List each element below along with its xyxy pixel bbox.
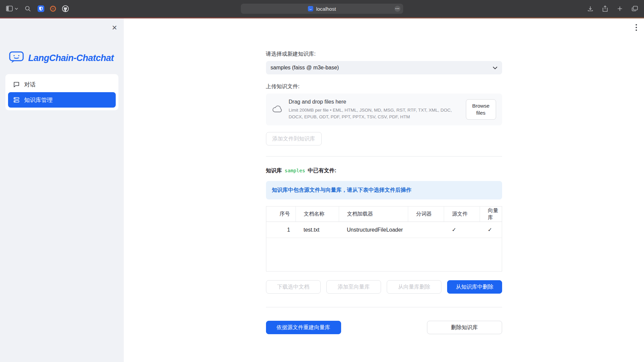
share-icon[interactable] (602, 5, 608, 12)
col-header-index: 序号 (266, 206, 296, 222)
new-tab-icon[interactable] (617, 6, 623, 12)
file-dropzone[interactable]: Drag and drop files here Limit 200MB per… (266, 94, 502, 125)
extension-bitwarden-icon[interactable] (38, 5, 44, 12)
cell-vector-check: ✓ (480, 222, 502, 238)
address-bar[interactable]: localhost ••• (241, 4, 403, 14)
kb-select-value: samples (faiss @ m3e-base) (271, 65, 339, 71)
sidebar-menu: 对话 知识库管理 (5, 74, 118, 110)
tab-overview-icon[interactable] (632, 6, 638, 12)
rebuild-vector-store-button[interactable]: 依据源文件重建向量库 (266, 321, 341, 334)
kb-select[interactable]: samples (faiss @ m3e-base) (266, 61, 502, 74)
kb-select-label: 请选择或新建知识库: (266, 51, 502, 58)
cell-index: 1 (266, 222, 296, 238)
sidebar-close-icon[interactable]: × (112, 23, 117, 32)
main-area: 请选择或新建知识库: samples (faiss @ m3e-base) 上传… (124, 18, 644, 362)
col-header-source: 源文件 (444, 206, 480, 222)
cloud-upload-icon (272, 105, 283, 115)
sidebar-item-label: 对话 (24, 81, 36, 88)
table-empty-area (266, 238, 502, 272)
table-row[interactable]: 1 test.txt UnstructuredFileLoader ✓ ✓ (266, 222, 502, 238)
sidebar: × LangChain-Chatchat 对话 (0, 18, 124, 362)
add-to-vector-store-button[interactable]: 添加至向量库 (326, 280, 381, 294)
browse-files-button[interactable]: Browse files (466, 99, 496, 120)
col-header-splitter: 分词器 (408, 206, 444, 222)
dropzone-title: Drag and drop files here (289, 99, 461, 105)
cell-loader: UnstructuredFileLoader (339, 222, 408, 238)
delete-from-vector-store-button[interactable]: 从向量库删除 (387, 280, 441, 294)
download-selected-button[interactable]: 下载选中文档 (266, 280, 321, 294)
address-url: localhost (316, 6, 336, 12)
table-header-row: 序号 文档名称 文档加载器 分词器 源文件 向量库 (266, 206, 502, 222)
app-logo-text: LangChain-Chatchat (28, 53, 114, 63)
cell-source-check: ✓ (444, 222, 480, 238)
sidebar-item-knowledge-base[interactable]: 知识库管理 (8, 92, 116, 108)
kb-files-heading: 知识库 samples 中已有文件: (266, 167, 502, 174)
col-header-name: 文档名称 (296, 206, 339, 222)
chevron-down-icon (493, 66, 497, 69)
divider (266, 156, 502, 157)
divider (266, 307, 502, 307)
chat-icon (13, 81, 20, 88)
kb-files-table: 序号 文档名称 文档加载器 分词器 源文件 向量库 1 test.txt Uns… (266, 206, 502, 272)
database-list-icon (13, 97, 20, 103)
heading-prefix: 知识库 (266, 167, 282, 174)
delete-from-kb-button[interactable]: 从知识库中删除 (447, 280, 502, 294)
cell-splitter (408, 222, 444, 238)
sidebar-item-dialogue[interactable]: 对话 (8, 77, 116, 92)
cell-file-name: test.txt (296, 222, 339, 238)
dropzone-limit-text: Limit 200MB per file • EML, HTML, JSON, … (289, 107, 461, 120)
sidebar-toggle-icon[interactable] (6, 6, 18, 12)
col-header-loader: 文档加载器 (339, 206, 408, 222)
extension-github-icon[interactable] (62, 5, 69, 12)
info-banner: 知识库中包含源文件与向量库，请从下表中选择文件后操作 (266, 181, 502, 199)
delete-knowledge-base-button[interactable]: 删除知识库 (427, 321, 502, 334)
browser-toolbar: localhost ••• (0, 0, 644, 17)
app-logo: LangChain-Chatchat (9, 51, 124, 65)
heading-suffix: 中已有文件: (308, 167, 336, 174)
chevron-down-icon (15, 7, 18, 10)
app-menu-icon[interactable] (635, 24, 637, 33)
site-favicon (308, 6, 313, 11)
downloads-icon[interactable] (587, 6, 593, 12)
extension-ring-icon[interactable] (50, 5, 56, 12)
kb-name-code: samples (285, 168, 305, 173)
add-files-to-kb-button[interactable]: 添加文件到知识库 (266, 132, 322, 145)
chatchat-logo-icon (9, 51, 24, 65)
upload-label: 上传知识文件: (266, 83, 502, 90)
col-header-vector: 向量库 (480, 206, 502, 222)
sidebar-item-label: 知识库管理 (24, 96, 53, 104)
search-icon[interactable] (25, 6, 31, 12)
page-settings-button[interactable]: ••• (394, 6, 400, 12)
